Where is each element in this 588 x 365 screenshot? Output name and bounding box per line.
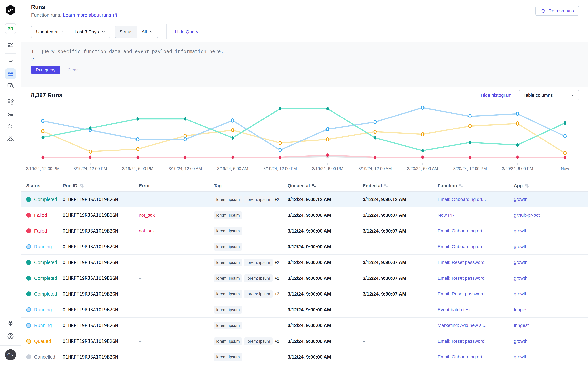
data-point-completed[interactable] (89, 126, 91, 130)
function-link[interactable]: Email: Onboarding dri... (438, 197, 514, 202)
status-dropdown[interactable]: All (137, 26, 158, 38)
data-point-running[interactable] (137, 138, 139, 141)
data-point-queued[interactable] (279, 141, 281, 145)
app-link[interactable]: growth (514, 244, 581, 249)
data-point-failed[interactable] (279, 155, 281, 159)
column-header-run-id[interactable]: Run ID (63, 183, 139, 188)
function-link[interactable]: New PR (438, 212, 514, 218)
user-avatar[interactable]: CN (5, 349, 16, 360)
function-link[interactable]: Email: Onboarding dri... (438, 244, 514, 249)
column-header-app[interactable]: App (514, 183, 581, 188)
table-row[interactable]: Running01HRPT19RJSA1019B2GN–lorem: ipsum… (21, 239, 588, 255)
sidebar-item-functions[interactable] (5, 109, 16, 120)
hide-histogram-link[interactable]: Hide histogram (481, 92, 512, 98)
data-point-completed[interactable] (42, 136, 44, 139)
data-point-queued[interactable] (89, 150, 91, 153)
sidebar-item-runs[interactable] (5, 68, 16, 79)
table-row[interactable]: Completed01HRPT19RJSA1019B2GN–lorem: ips… (21, 270, 588, 286)
data-point-running[interactable] (279, 148, 281, 152)
app-link[interactable]: Inngest (514, 323, 581, 328)
environment-badge[interactable]: PR (5, 23, 16, 34)
sidebar-item-adjustments[interactable] (5, 40, 16, 50)
sidebar-item-integrations[interactable] (5, 319, 16, 330)
data-point-failed[interactable] (564, 155, 566, 159)
sidebar-item-metrics[interactable] (5, 56, 16, 67)
data-point-failed[interactable] (327, 154, 329, 157)
data-point-running[interactable] (469, 115, 471, 118)
data-point-completed[interactable] (421, 149, 424, 152)
data-point-running[interactable] (564, 134, 566, 138)
app-link[interactable]: growth (514, 260, 581, 265)
sidebar-item-apps[interactable] (5, 97, 16, 108)
data-point-failed[interactable] (421, 155, 424, 159)
data-point-failed[interactable] (374, 155, 376, 159)
column-header-function[interactable]: Function (438, 183, 514, 188)
function-link[interactable]: Event batch test (438, 307, 514, 312)
data-point-completed[interactable] (327, 107, 329, 111)
table-row[interactable]: Failed01HRPT19RJSA1019B2GNnot_sdklorem: … (21, 207, 588, 223)
data-point-failed[interactable] (232, 155, 234, 159)
table-row[interactable]: Failed01HRPT19RJSA1019B2GNnot_sdklorem: … (21, 223, 588, 239)
data-point-completed[interactable] (232, 136, 234, 140)
table-row[interactable]: Queued01HRPT19RJSA1019B2GN–lorem: ipsuml… (21, 333, 588, 349)
sidebar-item-webhooks[interactable] (5, 133, 16, 144)
sidebar-item-event-search[interactable] (5, 80, 16, 91)
function-link[interactable]: Email: Onboarding dri... (438, 228, 514, 233)
function-link[interactable]: Email: Reset password (438, 260, 514, 265)
table-row[interactable]: Completed01HRPT19RJSA1019B2GN–lorem: ips… (21, 255, 588, 270)
column-header-queued-at[interactable]: Queued at (287, 183, 363, 188)
app-link[interactable]: github-pr-bot (514, 212, 581, 218)
app-link[interactable]: growth (514, 291, 581, 296)
data-point-completed[interactable] (516, 143, 519, 147)
data-point-running[interactable] (327, 127, 329, 131)
table-row[interactable]: Running01HRPT19RJSA1019B2GN–lorem: ipsum… (21, 302, 588, 318)
query-editor[interactable]: 1 Query specific function data and event… (21, 42, 588, 87)
table-row[interactable]: Completed01HRPT19RJSA1019B2GN–lorem: ips… (21, 286, 588, 302)
inngest-logo-icon[interactable] (5, 4, 16, 16)
app-link[interactable]: growth (514, 354, 581, 360)
run-query-button[interactable]: Run query (31, 66, 60, 74)
data-point-completed[interactable] (137, 117, 139, 121)
app-link[interactable]: Inngest (514, 307, 581, 312)
data-point-queued[interactable] (516, 122, 519, 125)
data-point-completed[interactable] (279, 107, 281, 111)
function-link[interactable]: Email: Reset password (438, 291, 514, 296)
data-point-running[interactable] (421, 106, 424, 109)
data-point-completed[interactable] (374, 136, 376, 140)
data-point-queued[interactable] (374, 130, 376, 133)
learn-more-link[interactable]: Learn more about runs (63, 13, 117, 18)
data-point-queued[interactable] (469, 124, 471, 128)
refresh-runs-button[interactable]: Refresh runs (535, 6, 579, 16)
table-row[interactable]: Cancelled01HRPT19RJSA1019B2GN–lorem: ips… (21, 349, 588, 365)
data-point-running[interactable] (184, 138, 186, 141)
app-link[interactable]: growth (514, 197, 581, 202)
data-point-running[interactable] (374, 120, 376, 124)
sidebar-item-help[interactable] (5, 331, 16, 342)
data-point-completed[interactable] (564, 121, 566, 125)
data-point-failed[interactable] (89, 155, 91, 159)
data-point-failed[interactable] (469, 155, 471, 159)
data-point-running[interactable] (516, 112, 519, 116)
data-point-running[interactable] (42, 119, 44, 123)
app-link[interactable]: growth (514, 275, 581, 281)
table-row[interactable]: Running01HRPT19RJSA1019B2GN–lorem: ipsum… (21, 318, 588, 333)
function-link[interactable]: Email: Reset password (438, 275, 514, 281)
data-point-queued[interactable] (232, 128, 234, 132)
function-link[interactable]: Email: Onboarding dri... (438, 354, 514, 360)
data-point-failed[interactable] (137, 155, 139, 159)
hide-query-link[interactable]: Hide Query (175, 29, 198, 35)
function-link[interactable]: Marketing: Add new si... (438, 323, 514, 328)
function-link[interactable]: Email: Reset password (438, 339, 514, 344)
data-point-queued[interactable] (42, 129, 44, 133)
table-columns-dropdown[interactable]: Table columns (519, 90, 579, 100)
time-range-dropdown[interactable]: Last 3 Days (70, 26, 110, 38)
data-point-queued[interactable] (184, 134, 186, 138)
data-point-queued[interactable] (327, 138, 329, 141)
column-header-ended-at[interactable]: Ended at (363, 183, 438, 188)
data-point-running[interactable] (232, 119, 234, 122)
data-point-failed[interactable] (184, 155, 186, 159)
table-row[interactable]: Completed01HRPT19RJSA1019B2GN–lorem: ips… (21, 192, 588, 207)
data-point-queued[interactable] (137, 147, 139, 151)
data-point-queued[interactable] (421, 133, 424, 136)
sort-field-dropdown[interactable]: Updated at (32, 26, 70, 38)
